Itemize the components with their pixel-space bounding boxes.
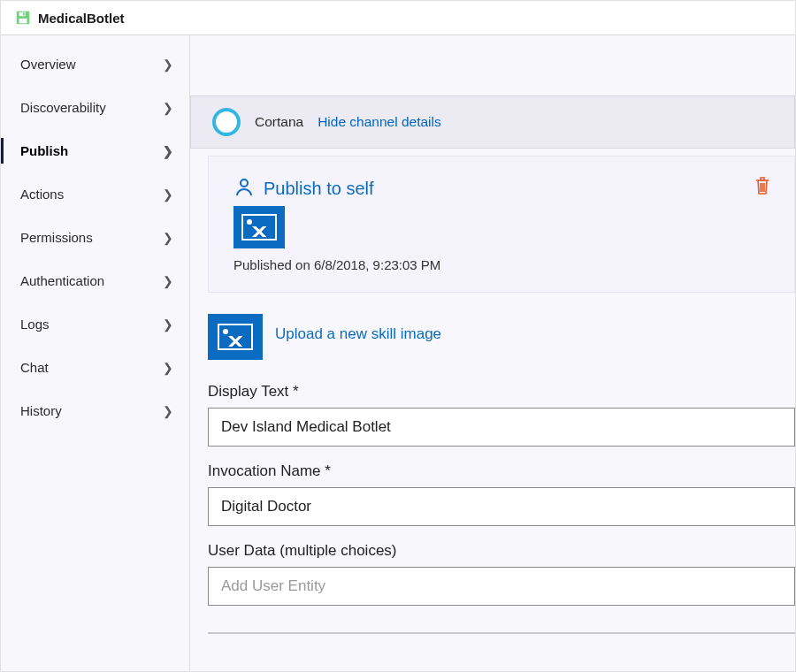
channel-bar: Cortana Hide channel details [190,95,795,149]
chevron-right-icon: ❯ [163,361,173,375]
sidebar: Overview ❯ Discoverability ❯ Publish ❯ A… [1,35,190,671]
chevron-right-icon: ❯ [163,187,173,202]
sidebar-item-label: Logs [20,317,50,332]
sidebar-item-permissions[interactable]: Permissions ❯ [1,216,189,259]
skill-image-thumbnail[interactable] [233,206,285,248]
user-data-label: User Data (multiple choices) [208,542,795,560]
main-panel: Cortana Hide channel details Publish to … [190,35,795,671]
sidebar-item-label: Overview [20,57,76,72]
sidebar-item-authentication[interactable]: Authentication ❯ [1,259,189,302]
chevron-right-icon: ❯ [163,144,173,158]
publish-card: Publish to self Published on 6/8/2018, 9… [208,156,795,293]
sidebar-item-discoverability[interactable]: Discoverability ❯ [1,86,189,129]
image-placeholder-icon [241,214,277,241]
svg-rect-3 [23,13,25,16]
sidebar-item-label: Chat [20,360,49,375]
user-data-input[interactable] [208,567,795,606]
invocation-name-label: Invocation Name * [208,462,795,480]
hide-channel-details-link[interactable]: Hide channel details [318,114,441,130]
published-on-text: Published on 6/8/2018, 9:23:03 PM [233,257,769,272]
chevron-right-icon: ❯ [163,57,173,72]
publish-title: Publish to self [264,179,374,199]
topbar: MedicalBotlet [1,1,795,35]
person-icon [233,176,255,201]
divider [208,632,795,634]
sidebar-item-label: Publish [20,143,68,158]
svg-point-4 [241,179,248,187]
sidebar-item-actions[interactable]: Actions ❯ [1,172,189,216]
display-text-label: Display Text * [208,383,795,401]
sidebar-item-chat[interactable]: Chat ❯ [1,346,189,389]
upload-image-icon[interactable] [208,314,263,360]
publish-header: Publish to self [233,176,769,201]
delete-button[interactable] [754,176,771,199]
sidebar-item-overview[interactable]: Overview ❯ [1,42,189,86]
chevron-right-icon: ❯ [163,231,173,245]
channel-name: Cortana [255,114,303,130]
upload-skill-image-link[interactable]: Upload a new skill image [275,325,441,343]
invocation-name-input[interactable] [208,487,795,526]
sidebar-item-label: Authentication [20,273,104,288]
sidebar-item-label: Discoverability [20,100,106,115]
chevron-right-icon: ❯ [163,101,173,115]
display-text-input[interactable] [208,408,795,447]
upload-row: Upload a new skill image [208,309,795,363]
sidebar-item-label: History [20,403,62,418]
save-icon[interactable] [15,10,31,26]
chevron-right-icon: ❯ [163,317,173,332]
page-title: MedicalBotlet [38,11,125,26]
sidebar-item-history[interactable]: History ❯ [1,389,189,432]
form: Display Text * Invocation Name * User Da… [208,374,795,634]
svg-rect-2 [19,19,27,23]
sidebar-item-label: Permissions [20,230,93,245]
chevron-right-icon: ❯ [163,404,173,418]
sidebar-item-logs[interactable]: Logs ❯ [1,302,189,346]
image-placeholder-icon [218,324,253,350]
chevron-right-icon: ❯ [163,274,173,288]
sidebar-item-label: Actions [20,187,64,202]
cortana-icon [212,108,241,136]
sidebar-item-publish[interactable]: Publish ❯ [1,129,189,172]
